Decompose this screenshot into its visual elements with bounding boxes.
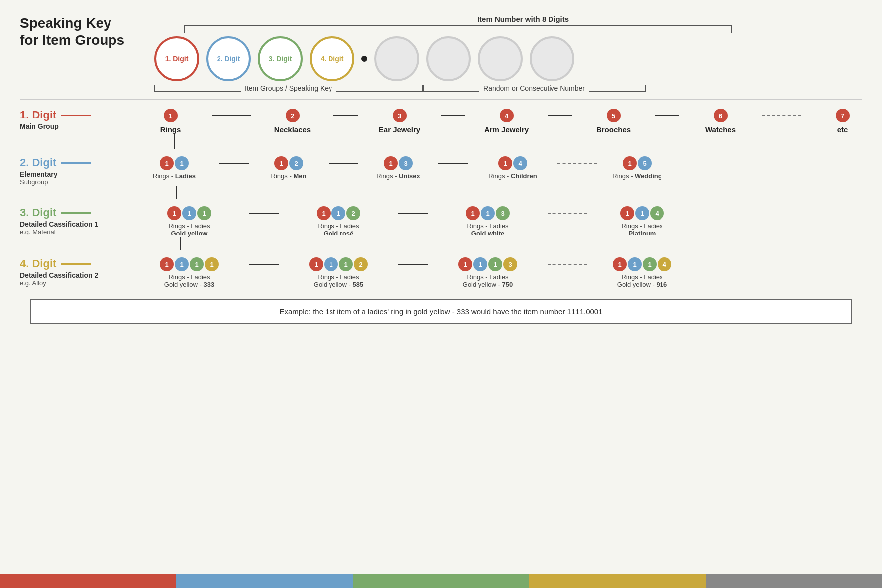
digit3-sublabel2: e.g. Material <box>20 228 119 235</box>
group-item-earjewelry: 3 Ear Jewelry <box>358 109 441 134</box>
color-bar-blue <box>176 574 352 588</box>
detail1-item-platinum: 1 1 4 Rings - LadiesPlatinum <box>587 206 697 237</box>
digit1-title: 1. Digit <box>20 109 56 121</box>
detail2-item-916: 1 1 1 4 Rings - LadiesGold yellow - 916 <box>587 257 697 288</box>
digit1-sublabel: Main Group <box>20 122 119 130</box>
digit2-sublabel: Elementary <box>20 170 119 178</box>
digit2-content: 1 1 Rings - Ladies 1 2 Rings - Men <box>129 156 862 180</box>
detail2-item-333: 1 1 1 1 Rings - LadiesGold yellow - 333 <box>129 257 249 288</box>
badge-1: 1 <box>164 109 178 122</box>
badge-6: 6 <box>714 109 728 122</box>
digit3-label: 3. Digit Detailed Cassification 1 e.g. M… <box>20 206 129 235</box>
digit4-label: 4. Digit Detailed Cassification 2 e.g. A… <box>20 257 129 287</box>
group-item-necklaces: 2 Necklaces <box>251 109 333 134</box>
digit3-sublabel: Detailed Cassification 1 <box>20 220 119 228</box>
subgroup-item-ladies: 1 1 Rings - Ladies <box>129 156 219 180</box>
digit4-title: 4. Digit <box>20 257 56 270</box>
color-bar <box>0 574 882 588</box>
example-text: Example: the 1st item of a ladies' ring … <box>279 307 602 316</box>
badge-3: 3 <box>393 109 407 122</box>
digit4-sublabel2: e.g. Alloy <box>20 279 119 287</box>
subgroup-item-children: 1 4 Rings - Children <box>468 156 557 180</box>
detail2-item-750: 1 1 1 3 Rings - LadiesGold yellow - 750 <box>428 257 548 288</box>
digit3-line <box>61 212 91 214</box>
circle-empty-1 <box>374 36 419 81</box>
page-title: Speaking Key for Item Groups <box>20 15 144 48</box>
detail1-item-goldrose: 1 1 2 Rings - LadiesGold rosé <box>279 206 398 237</box>
detail2-item-585: 1 1 1 2 Rings - LadiesGold yellow - 585 <box>279 257 398 288</box>
digit1-content: 1 Rings 2 Necklaces 3 Ear Jewelry 4 Arm <box>129 109 882 134</box>
group-item-armjewelry: 4 Arm Jewelry <box>465 109 548 134</box>
item-number-label: Item Number with 8 Digits <box>184 15 862 23</box>
digit1-line <box>61 115 91 116</box>
color-bar-green <box>353 574 529 588</box>
subgroup-item-wedding: 1 5 Rings - Wedding <box>597 156 677 180</box>
dot-separator <box>361 56 367 62</box>
digit2-line <box>61 162 91 164</box>
digit2-label: 2. Digit Elementary Subgroup <box>20 156 129 186</box>
subgroup-item-men: 1 2 Rings - Men <box>249 156 329 180</box>
group-label: Item Groups / Speaking Key <box>241 84 336 92</box>
detail1-item-goldwhite: 1 1 3 Rings - LadiesGold white <box>428 206 548 237</box>
group-item-rings: 1 Rings <box>129 109 212 134</box>
digit4-line <box>61 263 91 265</box>
digit2-title: 2. Digit <box>20 156 56 169</box>
circle-empty-2 <box>426 36 471 81</box>
badge-7: 7 <box>836 109 850 122</box>
circle-digit-3: 3. Digit <box>258 36 303 81</box>
circle-empty-4 <box>530 36 574 81</box>
example-box: Example: the 1st item of a ladies' ring … <box>30 299 852 324</box>
digit4-sublabel: Detailed Cassification 2 <box>20 271 119 279</box>
color-bar-gold <box>529 574 705 588</box>
group-item-brooches: 5 Brooches <box>572 109 655 134</box>
group-item-watches: 6 Watches <box>679 109 762 134</box>
digit3-title: 3. Digit <box>20 206 56 219</box>
badge-2: 2 <box>286 109 300 122</box>
color-bar-red <box>0 574 176 588</box>
circle-digit-1: 1. Digit <box>154 36 199 81</box>
digit1-label: 1. Digit Main Group <box>20 109 129 130</box>
digit4-content: 1 1 1 1 Rings - LadiesGold yellow - 333 … <box>129 257 862 288</box>
random-label: Random or Consecutive Number <box>479 84 589 92</box>
circle-digit-4: 4. Digit <box>310 36 354 81</box>
digit3-content: 1 1 1 Rings - LadiesGold yellow 1 1 2 Ri… <box>129 206 862 237</box>
group-item-etc: 7 etc <box>801 109 882 134</box>
subgroup-item-unisex: 1 3 Rings - Unisex <box>358 156 438 180</box>
title-block: Speaking Key for Item Groups <box>20 15 144 48</box>
circle-empty-3 <box>478 36 523 81</box>
digit2-sublabel2: Subgroup <box>20 178 119 186</box>
badge-5: 5 <box>607 109 621 122</box>
circles-row: 1. Digit 2. Digit 3. Digit 4. Digit <box>154 33 862 84</box>
circle-digit-2: 2. Digit <box>206 36 251 81</box>
color-bar-gray <box>706 574 882 588</box>
detail1-item-goldyellow: 1 1 1 Rings - LadiesGold yellow <box>129 206 249 237</box>
badge-4: 4 <box>500 109 514 122</box>
